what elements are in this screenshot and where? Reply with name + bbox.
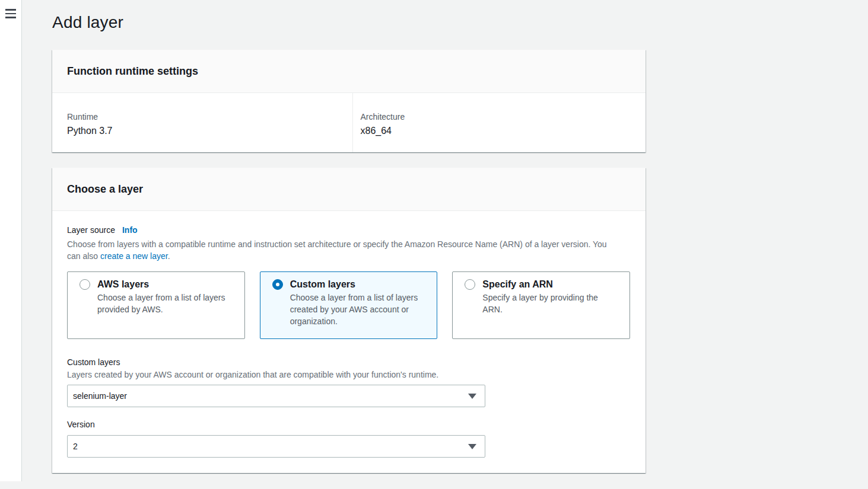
dropdown-caret-icon [468,444,476,449]
page-title: Add layer [52,13,868,32]
dropdown-caret-icon [468,394,476,399]
card-header: Choose a layer [52,168,646,211]
custom-layers-select[interactable]: selenium-layer [67,385,485,407]
runtime-label: Runtime [67,112,352,122]
custom-layers-description: Layers created by your AWS account or or… [67,370,630,379]
layer-source-label: Layer source [67,225,115,235]
tile-description: Specify a layer by providing the ARN. [482,292,616,315]
tile-description: Choose a layer from a list of layers pro… [97,292,231,315]
choose-layer-card-title: Choose a layer [67,183,143,196]
collapsed-side-nav [0,0,22,481]
custom-layers-select-value: selenium-layer [73,391,127,401]
tile-aws-layers[interactable]: AWS layers Choose a layer from a list of… [67,271,245,339]
tile-specify-arn[interactable]: Specify an ARN Specify a layer by provid… [452,271,630,339]
version-select-value: 2 [73,442,78,451]
hamburger-icon [5,9,16,11]
tile-custom-layers[interactable]: Custom layers Choose a layer from a list… [260,271,438,339]
card-header: Function runtime settings [52,50,646,93]
tile-description: Choose a layer from a list of layers cre… [290,292,424,327]
runtime-card-body: Runtime Python 3.7 Architecture x86_64 [52,93,646,152]
version-select[interactable]: 2 [67,435,485,458]
radio-icon[interactable] [272,279,283,290]
architecture-field: Architecture x86_64 [352,93,646,152]
tile-title: Custom layers [290,279,355,290]
create-new-layer-link[interactable]: create a new layer [100,251,168,261]
info-link[interactable]: Info [122,225,138,235]
version-section: Version 2 [67,420,630,458]
radio-icon[interactable] [465,279,475,290]
tile-title: AWS layers [97,279,149,290]
custom-layers-label: Custom layers [67,357,630,367]
radio-icon[interactable] [80,279,90,290]
custom-layers-section: Custom layers Layers created by your AWS… [67,357,630,407]
choose-a-layer-card: Choose a layer Layer source Info Choose … [52,168,646,473]
main-content: Add layer Function runtime settings Runt… [22,0,868,489]
version-label: Version [67,420,630,429]
function-runtime-settings-card: Function runtime settings Runtime Python… [52,50,646,152]
menu-button[interactable] [3,7,18,20]
tile-title: Specify an ARN [482,279,553,290]
layer-source-description: Choose from layers with a compatible run… [67,238,616,262]
choose-layer-card-body: Layer source Info Choose from layers wit… [52,211,646,473]
runtime-field: Runtime Python 3.7 [52,93,352,152]
architecture-label: Architecture [361,112,646,122]
layer-source-options: AWS layers Choose a layer from a list of… [67,271,630,339]
layer-source-label-row: Layer source Info [67,225,630,235]
architecture-value: x86_64 [361,126,646,136]
runtime-value: Python 3.7 [67,126,352,136]
runtime-card-title: Function runtime settings [67,65,198,78]
app-root: Add layer Function runtime settings Runt… [0,0,868,489]
